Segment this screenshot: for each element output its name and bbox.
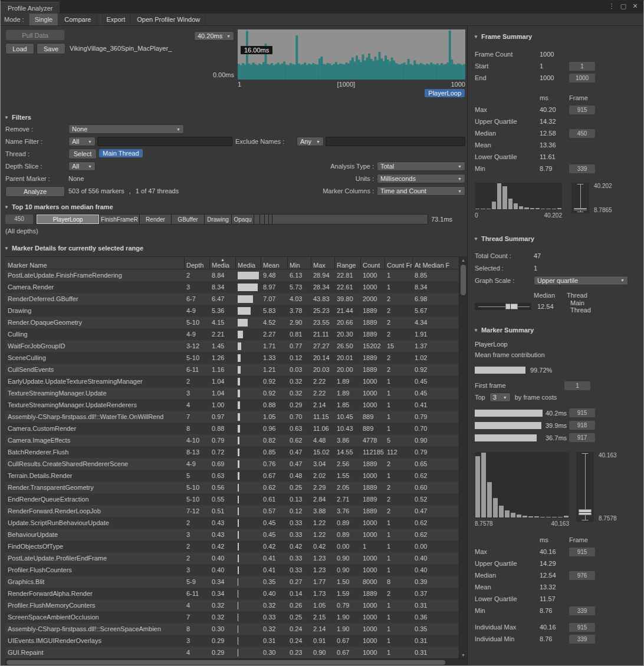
table-row[interactable]: Update.ScriptRunBehaviourUpdate20.430.45… (5, 517, 459, 529)
table-row[interactable]: EndRenderQueueExtraction5-100.550.610.13… (5, 493, 459, 505)
frame-badge[interactable]: 915 (569, 105, 595, 114)
thread-select-button[interactable]: Select (68, 149, 97, 159)
frame-badge[interactable]: 915 (569, 408, 595, 417)
top-marker-segment[interactable]: PlayerLoop (37, 215, 100, 224)
marker-details-header[interactable]: ▼ Marker Details for currently selected … (1, 238, 467, 256)
filters-header[interactable]: ▼ Filters (4, 114, 31, 121)
frame-badge[interactable]: 918 (569, 421, 595, 430)
top-marker-segment[interactable]: GBuffer (172, 215, 205, 224)
scrollbar-thumb[interactable] (6, 660, 445, 665)
frame-duration-histogram[interactable] (475, 183, 562, 210)
selected-marker-label[interactable]: PlayerLoop (425, 89, 465, 97)
table-row[interactable]: Profiler.FlushMemoryCounters40.320.320.2… (5, 599, 459, 611)
scroll-down-icon[interactable]: ▼ (459, 651, 467, 658)
frame-timeline-chart[interactable]: 16.00ms (238, 29, 465, 80)
marker-columns-dropdown[interactable]: Time and Count ▼ (377, 186, 465, 196)
frame-badge[interactable]: 917 (569, 433, 595, 442)
column-header-media[interactable]: Media (236, 257, 261, 269)
table-row[interactable]: UIEvents.IMGUIRenderOverlays30.290.310.2… (5, 635, 459, 647)
frame-badge[interactable]: 339 (569, 606, 595, 615)
mode-compare-button[interactable]: Compare (58, 14, 97, 25)
frame-badge[interactable]: 1 (569, 62, 595, 71)
top-markers-header[interactable]: ▼ Top 10 markers on median frame (4, 203, 113, 210)
exclude-names-input[interactable] (326, 137, 465, 146)
analysis-type-dropdown[interactable]: Total ▼ (377, 161, 465, 171)
frame-badge[interactable]: 1000 (569, 74, 595, 83)
top-marker-segment[interactable]: Opaqu (232, 215, 254, 224)
frame-badge[interactable]: 339 (569, 164, 595, 173)
column-header-range[interactable]: Range (335, 257, 361, 269)
name-filter-input[interactable] (97, 137, 232, 146)
column-header-mean[interactable]: Mean (261, 257, 288, 269)
column-header-marker-name[interactable]: Marker Name (5, 257, 185, 269)
thread-selected-chip[interactable]: Main Thread (99, 149, 143, 157)
top-marker-segment[interactable] (265, 215, 269, 224)
top-n-dropdown[interactable]: 3 ▼ (489, 393, 511, 402)
marker-summary-header[interactable]: ▼ Marker Summary (470, 327, 643, 334)
top-markers-bar[interactable]: PlayerLoopFinishFrameRRenderGBufferDrawi… (36, 214, 428, 225)
scroll-up-icon[interactable]: ▲ (459, 256, 467, 263)
table-row[interactable]: CullResults.CreateSharedRendererScene4-9… (5, 458, 459, 470)
table-row[interactable]: Camera.Render38.348.975.7328.3422.611000… (5, 281, 459, 293)
mode-single-button[interactable]: Single (29, 14, 59, 25)
table-row[interactable]: RenderForward.RenderLoopJob7-120.510.570… (5, 505, 459, 517)
load-button[interactable]: Load (5, 43, 34, 54)
table-row[interactable]: Culling4-92.212.270.8121.1120.30188921.9… (5, 328, 459, 340)
marker-duration-histogram[interactable] (475, 452, 569, 518)
top-marker-segment[interactable] (260, 215, 265, 224)
save-button[interactable]: Save (37, 43, 65, 54)
table-row[interactable]: BatchRenderer.Flush8-130.720.850.4715.02… (5, 446, 459, 458)
table-row[interactable]: PostLateUpdate.ProfilerEndFrame20.400.41… (5, 552, 459, 564)
column-header-at-median-f[interactable]: At Median F (413, 257, 459, 269)
table-row[interactable]: Render.OpaqueGeometry5-104.154.522.9023.… (5, 316, 459, 328)
table-vertical-scrollbar[interactable]: ▲ ▼ (459, 256, 467, 658)
column-header-max[interactable]: Max (311, 257, 335, 269)
table-row[interactable]: SceneCulling5-101.261.330.1220.1420.0118… (5, 352, 459, 364)
kebab-menu-icon[interactable]: ⋮ (608, 2, 615, 10)
table-row[interactable]: Assembly-CSharp-firstpass.dll!::ScreenSp… (5, 623, 459, 635)
analyze-button[interactable]: Analyze (5, 186, 65, 197)
table-row[interactable]: Camera.ImageEffects4-100.790.820.624.483… (5, 434, 459, 446)
chart-scale-dropdown[interactable]: 40.20ms ▼ (194, 31, 234, 41)
median-frame-badge[interactable]: 450 (5, 215, 33, 224)
table-row[interactable]: Render.TransparentGeometry5-100.560.620.… (5, 482, 459, 493)
remove-dropdown[interactable]: None ▼ (68, 124, 184, 134)
column-header-count-fra[interactable]: Count Fra (385, 257, 413, 269)
table-horizontal-scrollbar[interactable] (5, 658, 467, 666)
maximize-icon[interactable]: ▢ (620, 2, 627, 10)
column-header-min[interactable]: Min (288, 257, 311, 269)
top-marker-segment[interactable]: Drawing (205, 215, 232, 224)
export-button[interactable]: Export (100, 14, 131, 25)
scrollbar-thumb[interactable] (461, 265, 466, 295)
column-header-count[interactable]: Count (361, 257, 385, 269)
column-header-depth[interactable]: Depth (185, 257, 210, 269)
frame-badge[interactable]: 450 (569, 129, 595, 138)
table-row[interactable]: FindObjectsOfType20.420.420.420.420.0011… (5, 540, 459, 552)
units-dropdown[interactable]: Milliseconds ▼ (377, 174, 465, 183)
table-row[interactable]: BehaviourUpdate30.430.450.331.220.891000… (5, 529, 459, 540)
top-marker-segment[interactable]: FinishFrameR (100, 215, 140, 224)
table-row[interactable]: RenderDeferred.GBuffer6-76.477.074.0343.… (5, 293, 459, 305)
thread-row[interactable]: 12.54 Main Thread (470, 301, 643, 312)
frame-badge[interactable]: 976 (569, 571, 595, 580)
table-row[interactable]: CullSendEvents6-111.161.210.0320.0320.00… (5, 364, 459, 375)
first-frame-badge[interactable]: 1 (564, 381, 590, 390)
column-header-media[interactable]: Media▲ (210, 257, 236, 269)
table-row[interactable]: Terrain.Details.Render50.630.670.482.021… (5, 470, 459, 482)
table-row[interactable]: TextureStreamingManager.Update31.040.920… (5, 387, 459, 399)
table-row[interactable]: ScreenSpaceAmbientOcclusion70.320.330.25… (5, 611, 459, 623)
table-row[interactable]: Drawing4-95.365.833.7825.2321.44188925.6… (5, 305, 459, 316)
table-row[interactable]: Profiler.FlushCounters30.400.410.331.230… (5, 564, 459, 576)
top-marker-segment[interactable] (254, 215, 260, 224)
tab-profile-analyzer[interactable]: Profile Analyzer (1, 2, 60, 14)
table-row[interactable]: RenderForwardAlpha.Render6-110.340.400.1… (5, 588, 459, 599)
graph-scale-dropdown[interactable]: Upper quartile ▼ (534, 276, 628, 285)
exclude-mode-dropdown[interactable]: Any ▼ (297, 137, 324, 146)
depth-slice-dropdown[interactable]: All ▼ (68, 161, 96, 171)
open-profiler-window-button[interactable]: Open Profiler Window (131, 14, 206, 25)
pull-data-button[interactable]: Pull Data (5, 29, 65, 41)
table-row[interactable]: Assembly-CSharp-firstpass.dll!::WaterTil… (5, 411, 459, 423)
table-row[interactable]: EarlyUpdate.UpdateTextureStreamingManage… (5, 375, 459, 387)
frame-badge[interactable]: 915 (569, 623, 595, 632)
table-row[interactable]: Graphics.Blit5-90.340.350.271.771.508000… (5, 576, 459, 588)
